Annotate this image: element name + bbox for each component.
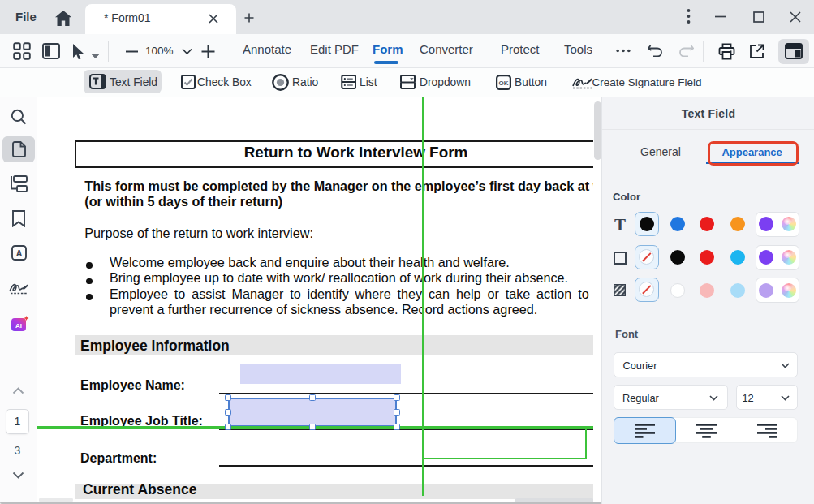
- svg-text:OK: OK: [498, 80, 508, 87]
- svg-text:A: A: [16, 248, 23, 258]
- svg-text:AI: AI: [15, 322, 22, 330]
